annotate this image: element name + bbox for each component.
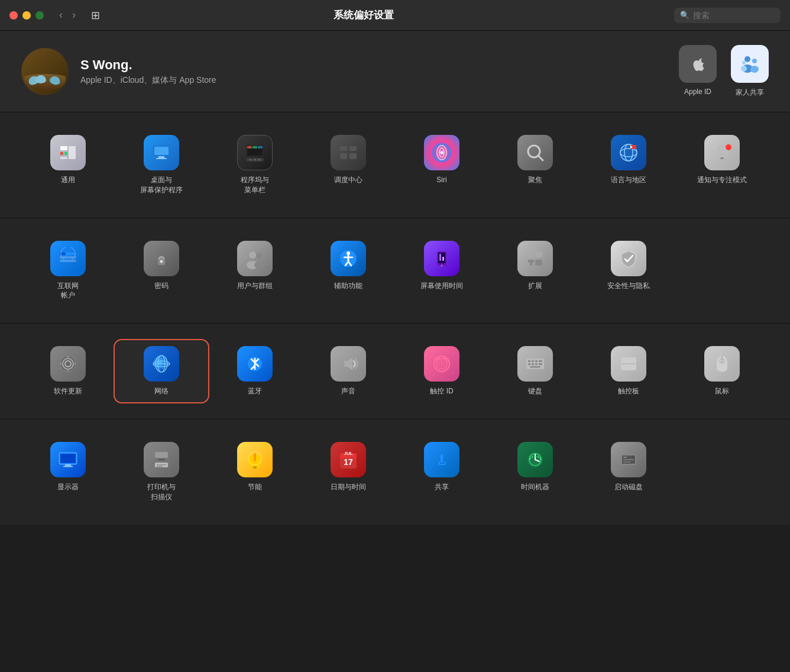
apple-logo-icon xyxy=(687,53,708,75)
pref-accessibility[interactable]: 辅助功能 xyxy=(302,235,395,307)
software-icon xyxy=(50,346,86,382)
svg-point-5 xyxy=(741,66,747,72)
profile-section: S Wong. Apple ID、iCloud、媒体与 App Store Ap… xyxy=(0,31,790,112)
prefs-grid-3: 软件更新 网络 蓝牙 声音 触控 ID xyxy=(21,340,769,402)
language-icon xyxy=(611,135,646,170)
network-icon xyxy=(144,346,179,382)
pref-users[interactable]: 用户与群组 xyxy=(208,235,302,307)
svg-rect-19 xyxy=(258,146,263,148)
pref-sound[interactable]: 声音 xyxy=(302,340,395,402)
svg-rect-17 xyxy=(247,146,252,148)
svg-rect-26 xyxy=(340,153,347,159)
siri-label: Siri xyxy=(436,175,446,185)
titlebar: ‹ › ⊞ 系统偏好设置 🔍 xyxy=(0,0,790,31)
pref-trackpad[interactable]: 触控板 xyxy=(582,340,675,402)
svg-point-70 xyxy=(67,369,69,371)
general-icon xyxy=(50,135,86,170)
pref-mouse[interactable]: 鼠标 xyxy=(675,340,769,402)
timemachine-icon xyxy=(517,442,553,477)
svg-point-62 xyxy=(441,264,443,266)
svg-rect-86 xyxy=(535,360,538,362)
pref-printer[interactable]: 打印机与扫描仪 xyxy=(115,436,208,508)
sound-icon xyxy=(331,346,366,382)
pref-passwords[interactable]: 密码 xyxy=(115,235,208,307)
svg-rect-124 xyxy=(623,461,630,463)
pref-network[interactable]: 网络 xyxy=(115,340,208,402)
pref-general[interactable]: 通用 xyxy=(21,129,115,201)
pref-timemachine[interactable]: 时间机器 xyxy=(488,436,582,508)
prefs-grid-2: @ 互联网帐户 密码 用户与群组 辅助功能 xyxy=(21,235,769,307)
pref-startup[interactable]: 启动磁盘 xyxy=(582,436,675,508)
display-label: 显示器 xyxy=(57,482,79,492)
pref-touchid[interactable]: 触控 ID xyxy=(395,340,488,402)
network-label: 网络 xyxy=(154,386,169,396)
pref-screentime[interactable]: 屏幕使用时间 xyxy=(395,235,488,307)
close-button[interactable] xyxy=(9,11,18,20)
security-icon xyxy=(611,241,646,276)
extensions-label: 扩展 xyxy=(528,281,542,291)
pref-security[interactable]: 安全性与隐私 xyxy=(582,235,675,307)
svg-rect-60 xyxy=(439,254,441,261)
pref-notifications[interactable]: 通知与专注模式 xyxy=(675,129,769,201)
family-label: 家人共享 xyxy=(736,88,764,98)
family-icon xyxy=(731,45,769,83)
section-hardware: 软件更新 网络 蓝牙 声音 触控 ID xyxy=(0,324,790,419)
pref-internet-accounts[interactable]: @ 互联网帐户 xyxy=(21,235,115,307)
svg-point-3 xyxy=(750,66,759,73)
svg-rect-63 xyxy=(528,251,534,257)
pref-datetime[interactable]: JUL17 日期与时间 xyxy=(302,436,395,508)
pref-keyboard[interactable]: 键盘 xyxy=(488,340,582,402)
datetime-icon: JUL17 xyxy=(331,442,366,477)
window-title: 系统偏好设置 xyxy=(60,8,667,22)
svg-rect-14 xyxy=(156,158,167,159)
pref-desktop[interactable]: 桌面与屏幕保护程序 xyxy=(115,129,208,201)
pref-display[interactable]: 显示器 xyxy=(21,436,115,508)
dock-label: 程序坞与菜单栏 xyxy=(241,175,269,195)
pref-mission[interactable]: 调度中心 xyxy=(302,129,395,201)
pref-siri[interactable]: Siri xyxy=(395,129,488,201)
pref-language[interactable]: 语言与地区 xyxy=(582,129,675,201)
svg-rect-9 xyxy=(69,146,76,159)
trackpad-icon xyxy=(611,346,646,382)
svg-point-47 xyxy=(160,260,163,263)
keyboard-icon xyxy=(517,346,553,382)
svg-rect-107 xyxy=(158,459,165,460)
pref-extensions[interactable]: 扩展 xyxy=(488,235,582,307)
energy-icon xyxy=(237,442,273,477)
pref-dock[interactable]: 程序坞与菜单栏 xyxy=(208,129,302,201)
svg-point-51 xyxy=(254,261,264,269)
pref-spotlight[interactable]: 聚焦 xyxy=(488,129,582,201)
avatar[interactable] xyxy=(21,48,69,95)
extensions-icon xyxy=(517,241,553,276)
svg-point-71 xyxy=(60,363,63,365)
pref-energy[interactable]: 节能 xyxy=(208,436,302,508)
search-input[interactable] xyxy=(693,11,770,20)
svg-rect-92 xyxy=(530,366,540,368)
apple-id-action[interactable]: Apple ID xyxy=(679,45,717,98)
pref-bluetooth[interactable]: 蓝牙 xyxy=(208,340,302,402)
maximize-button[interactable] xyxy=(35,11,44,20)
software-label: 软件更新 xyxy=(54,386,82,396)
family-action[interactable]: 家人共享 xyxy=(731,45,769,98)
svg-rect-27 xyxy=(349,153,357,159)
svg-rect-21 xyxy=(249,159,252,161)
profile-left: S Wong. Apple ID、iCloud、媒体与 App Store xyxy=(21,48,216,95)
svg-point-72 xyxy=(73,363,76,365)
svg-rect-25 xyxy=(349,146,357,151)
keyboard-label: 键盘 xyxy=(528,386,542,396)
bluetooth-label: 蓝牙 xyxy=(248,386,262,396)
pref-software-update[interactable]: 软件更新 xyxy=(21,340,115,402)
svg-rect-106 xyxy=(157,466,163,467)
spotlight-label: 聚焦 xyxy=(528,175,542,185)
svg-text:JUL: JUL xyxy=(344,451,352,456)
bluetooth-icon xyxy=(237,346,273,382)
pref-sharing[interactable]: 共享 xyxy=(395,436,488,508)
minimize-button[interactable] xyxy=(22,11,31,20)
general-label: 通用 xyxy=(61,175,75,185)
svg-point-125 xyxy=(633,456,634,458)
svg-rect-100 xyxy=(65,464,71,466)
timemachine-label: 时间机器 xyxy=(521,482,549,492)
svg-rect-123 xyxy=(623,459,634,460)
search-box[interactable]: 🔍 xyxy=(674,8,781,23)
sharing-label: 共享 xyxy=(435,482,449,492)
